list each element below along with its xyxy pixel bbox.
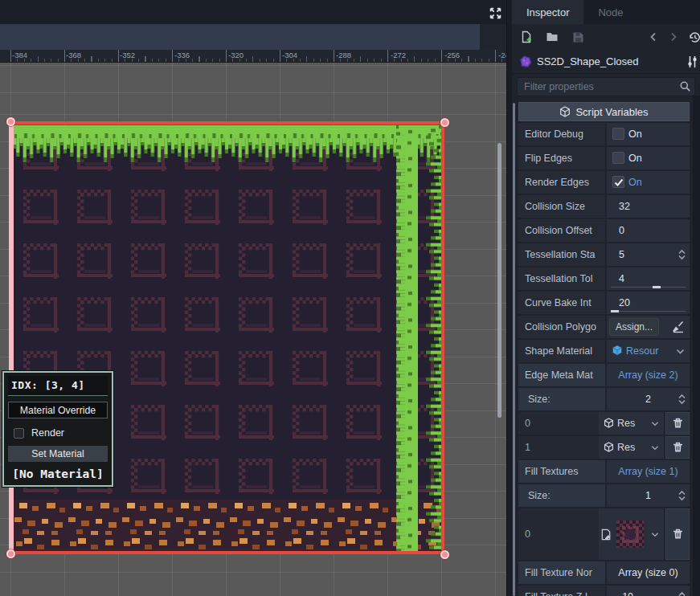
fill-normals-array-button[interactable]: Array (size 0) <box>607 561 690 584</box>
array-index-label: 0 <box>518 412 599 435</box>
dock-separator[interactable] <box>506 0 512 596</box>
object-options-icon[interactable] <box>686 55 698 68</box>
chevron-down-icon[interactable] <box>676 340 685 362</box>
prop-value: On <box>607 147 690 169</box>
array-index-label: 1 <box>518 436 599 459</box>
chevron-down-icon[interactable] <box>651 436 659 459</box>
fill-texture-item-0: 0 <box>518 508 690 560</box>
delete-item-button[interactable] <box>665 508 690 560</box>
filter-properties-input[interactable] <box>517 77 695 96</box>
edge-meta-array-button[interactable]: Array (size 2) <box>607 364 690 386</box>
tab-node[interactable]: Node <box>583 0 637 24</box>
field-value: 20 <box>607 297 630 308</box>
new-resource-icon[interactable] <box>519 30 534 44</box>
shape-edge-top[interactable] <box>10 121 444 125</box>
canvas-2d[interactable]: IDX: [3, 4] Material Override Render Set… <box>0 63 506 596</box>
shape-edge-bottom[interactable] <box>10 551 444 554</box>
clear-broom-icon[interactable] <box>672 316 685 338</box>
load-resource-folder-icon[interactable] <box>545 30 559 44</box>
texture-picker[interactable] <box>599 508 664 560</box>
category-script-variables[interactable]: Script Variables <box>518 102 690 121</box>
prop-label: Size: <box>518 388 605 410</box>
viewport-top-bar <box>0 0 506 24</box>
prop-collision-size: Collision Size 32 <box>518 195 690 218</box>
spinner-updown-icon[interactable] <box>677 586 686 596</box>
resource-cube-icon <box>604 418 614 428</box>
spinner-updown-icon[interactable] <box>677 243 686 266</box>
prop-label: Editor Debug <box>518 123 605 145</box>
expand-viewport-icon[interactable] <box>485 3 505 22</box>
object-history-icon[interactable] <box>687 30 700 44</box>
prop-fill-texture-normals: Fill Texture Nor Array (size 0) <box>518 561 690 584</box>
chevron-down-icon[interactable] <box>651 508 659 560</box>
spinner-updown-icon[interactable] <box>677 388 686 410</box>
collision-offset-field[interactable]: 0 <box>607 219 690 242</box>
curve-bake-interval-field[interactable]: 20 <box>607 292 690 314</box>
category-label: Script Variables <box>575 106 648 118</box>
prop-collision-offset: Collision Offset 0 <box>518 219 690 242</box>
render-checkbox[interactable] <box>14 428 24 439</box>
edge-meta-item-0: 0 Res <box>518 412 690 435</box>
trash-icon <box>673 442 683 453</box>
history-back-icon[interactable] <box>646 30 661 44</box>
resource-picker[interactable]: Res <box>599 412 664 435</box>
shape-fill-art <box>13 125 441 551</box>
trash-icon <box>673 418 683 429</box>
fill-texture-z-index-field[interactable]: -10 <box>607 586 690 596</box>
delete-item-button[interactable] <box>665 436 690 459</box>
assign-button[interactable]: Assign... <box>609 318 659 336</box>
prop-tessellation-tolerance: Tessellation Tol 4 <box>518 267 690 290</box>
tessellation-tolerance-field[interactable]: 4 <box>607 267 690 290</box>
ruler-label: -288 <box>336 51 351 59</box>
spinner-updown-icon[interactable] <box>677 484 686 507</box>
editor-debug-checkbox[interactable] <box>612 128 624 140</box>
edge-meta-size-field[interactable]: 2 <box>607 388 690 410</box>
edit-texture-icon[interactable] <box>600 529 612 541</box>
shape-handle-bottom-right[interactable] <box>440 550 449 559</box>
array-size-label: Array (size 0) <box>618 567 677 578</box>
slider-grabber[interactable] <box>611 310 619 312</box>
prop-label: Edge Meta Mat <box>518 364 605 386</box>
viewport-2d[interactable]: -384 -368 -352 -336 -320 -304 -288 -272 … <box>0 0 506 596</box>
prop-label: Collision Offset <box>518 219 605 242</box>
prop-label: Fill Texture Z I <box>518 586 605 596</box>
slider-track <box>611 311 686 312</box>
save-resource-icon[interactable] <box>571 30 585 44</box>
filter-properties-field <box>517 77 695 96</box>
tab-inspector[interactable]: Inspector <box>512 0 583 24</box>
resource-picker[interactable]: Res <box>599 436 664 459</box>
tessellation-stages-field[interactable]: 5 <box>607 243 690 266</box>
collision-size-field[interactable]: 32 <box>607 195 690 218</box>
no-material-label: [No Material] <box>8 467 108 480</box>
shape-handle-top-right[interactable] <box>440 118 449 127</box>
shape-edge-left-selected[interactable] <box>9 121 14 554</box>
shape-material-resource[interactable]: Resour <box>607 340 690 362</box>
delete-item-button[interactable] <box>665 412 690 435</box>
prop-curve-bake-interval: Curve Bake Int 20 <box>518 292 690 314</box>
set-material-button[interactable]: Set Material <box>8 446 108 462</box>
prop-render-edges: Render Edges On <box>518 171 690 194</box>
fill-textures-array-button[interactable]: Array (size 1) <box>607 460 690 483</box>
inspector-scrollbar[interactable] <box>513 103 515 596</box>
chevron-down-icon[interactable] <box>651 412 659 435</box>
prop-value: On <box>607 123 690 145</box>
prop-label: Fill Textures <box>518 460 605 483</box>
prop-tessellation-stages: Tessellation Sta 5 <box>518 243 690 266</box>
prop-label: Tessellation Tol <box>518 267 605 290</box>
slider-track <box>611 287 686 288</box>
array-size-label: Array (size 1) <box>618 466 677 477</box>
fill-textures-size-field[interactable]: 1 <box>607 484 690 507</box>
viewport-vertical-scrollbar[interactable] <box>497 143 501 418</box>
edited-object-row: SS2D_Shape_Closed <box>512 50 700 74</box>
shape-handle-top-left[interactable] <box>6 117 15 126</box>
shape-edge-right[interactable] <box>441 122 444 554</box>
history-forward-icon[interactable] <box>666 30 681 44</box>
material-override-button[interactable]: Material Override <box>8 402 108 418</box>
shape-handle-bottom-left[interactable] <box>6 549 15 558</box>
flip-edges-checkbox[interactable] <box>612 152 624 164</box>
render-edges-checkbox[interactable] <box>612 176 624 188</box>
slider-grabber[interactable] <box>653 286 661 288</box>
checkbox-text: On <box>628 129 642 140</box>
resource-cube-icon <box>604 442 614 452</box>
edge-material-popup: IDX: [3, 4] Material Override Render Set… <box>2 371 113 487</box>
